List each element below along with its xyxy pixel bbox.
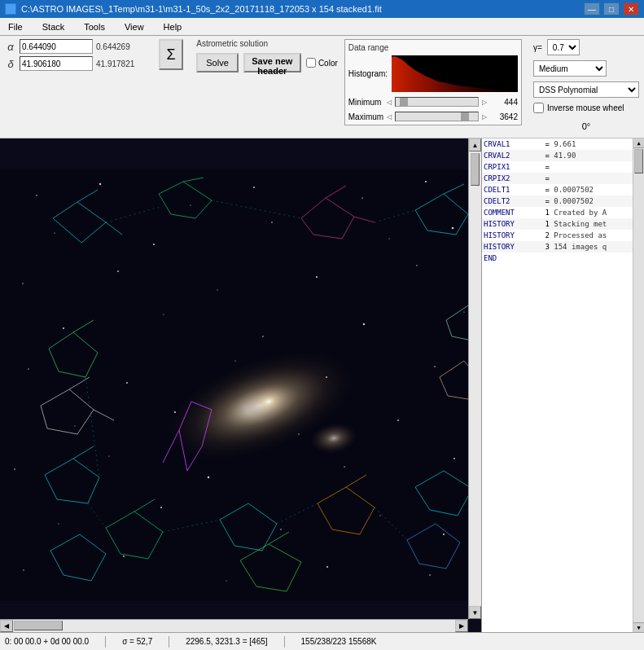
fits-row-history1: HISTORY 1 Stacking met: [482, 218, 644, 230]
min-value: 444: [490, 98, 518, 107]
max-slider-thumb[interactable]: [461, 112, 469, 121]
fits-row-cdelt1: CDELT1 = 0.0007502: [482, 184, 644, 195]
svg-marker-0: [392, 56, 518, 92]
scroll-left-button[interactable]: ◀: [0, 620, 13, 632]
svg-point-27: [434, 366, 436, 367]
coordinates-panel: α 0.644269 δ 41.917821: [5, 39, 149, 71]
status-position: 2296.5, 3231.3 = [465]: [186, 637, 267, 646]
scroll-track-v[interactable]: [469, 152, 481, 606]
alpha-input[interactable]: [20, 39, 93, 54]
max-left-arrow[interactable]: ◁: [387, 113, 392, 121]
status-sigma: σ = 52,7: [122, 637, 152, 646]
medium-select[interactable]: Medium Low High: [533, 60, 607, 77]
svg-point-33: [108, 455, 109, 456]
data-range-label: Data range: [348, 43, 518, 52]
delta-secondary: 41.917821: [96, 59, 149, 68]
histogram-label: Histogram:: [348, 69, 388, 78]
menu-help[interactable]: Help: [159, 20, 187, 33]
svg-point-41: [443, 534, 445, 535]
delta-label: δ: [5, 58, 16, 70]
svg-point-14: [117, 270, 119, 272]
fits-header-panel: CRVAL1 = 9.661 CRVAL2 = 41.90 CRPIX1 = C…: [481, 138, 644, 632]
angle-value: 0°: [582, 121, 591, 131]
image-panel: [0, 138, 481, 632]
svg-point-6: [361, 197, 362, 198]
menu-view[interactable]: View: [120, 20, 149, 33]
svg-point-15: [217, 289, 217, 290]
svg-point-45: [326, 566, 328, 568]
fits-scroll-up[interactable]: ▲: [633, 138, 644, 148]
svg-point-39: [280, 529, 282, 530]
solve-button[interactable]: Solve: [196, 53, 239, 72]
content-area: CRVAL1 = 9.661 CRVAL2 = 41.90 CRPIX1 = C…: [0, 138, 644, 650]
minimize-button[interactable]: —: [584, 2, 600, 15]
angle-display: 0°: [533, 118, 639, 134]
maximize-button[interactable]: □: [603, 2, 620, 15]
fits-scrollbar[interactable]: ▲ ▼: [633, 138, 644, 632]
right-controls: γ= 0.7 1.0 1.5 Medium Low High DSS Polyn…: [533, 39, 639, 134]
svg-point-19: [163, 314, 164, 314]
min-slider-thumb[interactable]: [400, 98, 408, 106]
save-header-button[interactable]: Save new header: [243, 53, 301, 72]
sigma-button[interactable]: Σ: [159, 39, 183, 70]
svg-point-13: [22, 283, 23, 283]
fits-row-history2: HISTORY 2 Processed as: [482, 230, 644, 241]
fits-scroll-down[interactable]: ▼: [633, 622, 644, 632]
svg-point-36: [453, 458, 455, 459]
svg-point-31: [397, 419, 399, 421]
app-icon: [5, 3, 16, 15]
scroll-thumb-h[interactable]: [14, 621, 63, 630]
svg-point-2: [36, 195, 37, 196]
alpha-label: α: [5, 41, 16, 53]
svg-point-3: [99, 183, 101, 185]
min-slider-track[interactable]: [395, 97, 479, 107]
svg-point-18: [63, 327, 64, 329]
scroll-track-h[interactable]: [13, 620, 455, 632]
min-right-arrow[interactable]: ▷: [482, 99, 487, 106]
fits-scroll-thumb[interactable]: [634, 149, 643, 173]
alpha-secondary: 0.644269: [96, 42, 149, 51]
svg-point-21: [363, 323, 365, 325]
dss-select[interactable]: DSS Polynomial WCS: [533, 81, 639, 98]
svg-point-10: [271, 222, 273, 223]
vertical-scrollbar[interactable]: ▲ ▼: [468, 138, 481, 619]
status-memory: 155/238/223 15568K: [301, 637, 377, 646]
svg-point-23: [28, 368, 28, 369]
scroll-up-button[interactable]: ▲: [469, 138, 481, 152]
gamma-select[interactable]: 0.7 1.0 1.5: [547, 39, 580, 55]
app-container: C:\ASTRO IMAGES\_1Temp\m31-1\m31-1_50s_2…: [0, 0, 644, 650]
color-checkbox[interactable]: [306, 58, 316, 68]
svg-point-4: [190, 204, 191, 205]
svg-point-9: [153, 244, 155, 245]
inverse-checkbox[interactable]: [533, 103, 544, 113]
close-button[interactable]: ✕: [623, 2, 639, 15]
svg-point-16: [316, 276, 318, 278]
scroll-thumb-v[interactable]: [471, 153, 480, 186]
scroll-down-button[interactable]: ▼: [469, 606, 481, 619]
svg-point-32: [14, 468, 15, 470]
svg-point-22: [463, 311, 464, 312]
horizontal-scrollbar[interactable]: ◀ ▶: [0, 619, 468, 632]
scroll-right-button[interactable]: ▶: [455, 620, 468, 632]
menu-bar: File Stack Tools View Help: [0, 18, 644, 36]
max-right-arrow[interactable]: ▷: [482, 113, 487, 121]
data-panel: Data range Histogram:: [344, 39, 522, 125]
fits-row-history3: HISTORY 3 154 images q: [482, 241, 644, 253]
menu-file[interactable]: File: [3, 20, 28, 33]
svg-point-7: [425, 181, 427, 182]
fits-row-crpix1: CRPIX1 =: [482, 161, 644, 173]
delta-input[interactable]: [20, 56, 93, 71]
histogram-canvas: [392, 55, 518, 92]
minimum-label: Minimum: [348, 98, 383, 107]
svg-point-37: [58, 523, 59, 524]
title-bar: C:\ASTRO IMAGES\_1Temp\m31-1\m31-1_50s_2…: [0, 0, 644, 18]
menu-stack[interactable]: Stack: [37, 20, 70, 33]
star-field-svg: [0, 138, 481, 632]
max-slider-track[interactable]: [395, 112, 479, 121]
svg-point-43: [123, 556, 125, 557]
svg-point-25: [234, 360, 235, 361]
svg-point-12: [452, 227, 454, 230]
color-label: Color: [306, 58, 338, 68]
min-left-arrow[interactable]: ◁: [387, 99, 392, 106]
menu-tools[interactable]: Tools: [79, 20, 110, 33]
